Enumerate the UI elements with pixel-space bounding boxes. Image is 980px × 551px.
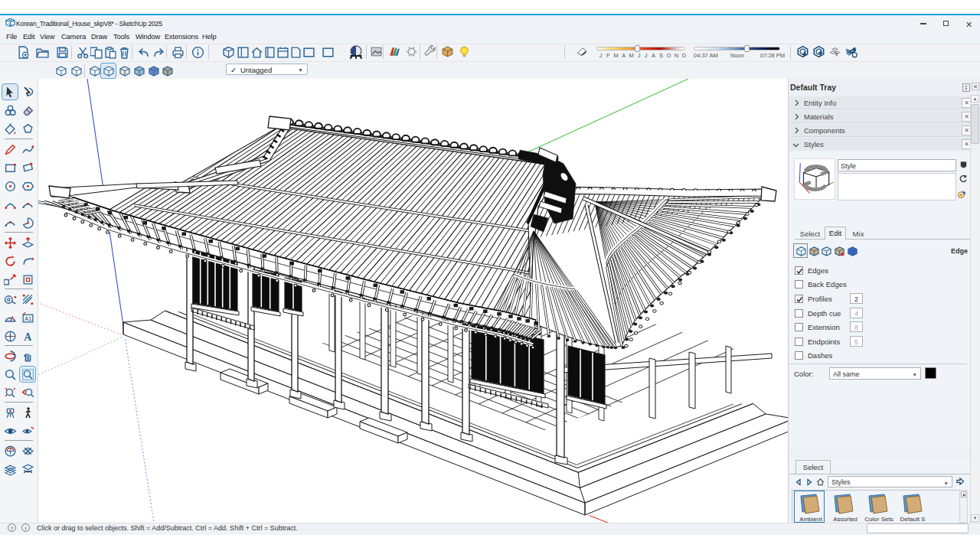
svg-text:A1: A1	[24, 315, 31, 322]
svg-text:A: A	[24, 331, 31, 343]
